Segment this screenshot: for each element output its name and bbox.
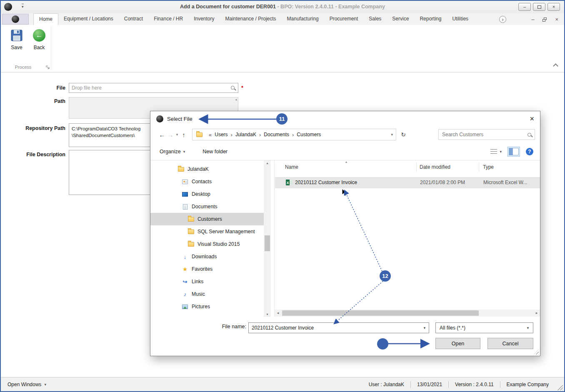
tree-item-pictures[interactable]: Pictures — [150, 300, 264, 313]
tree-item-favorites[interactable]: ★Favorites — [150, 263, 264, 275]
close-button[interactable]: × — [548, 3, 560, 11]
tree-item-customers[interactable]: Customers — [150, 213, 264, 225]
nav-back-button[interactable]: ← — [158, 131, 166, 138]
file-name-input[interactable] — [249, 325, 420, 331]
tree-item-sql-server-management[interactable]: SQL Server Management — [150, 225, 264, 238]
contacts-icon — [181, 180, 189, 184]
folder-icon — [195, 132, 203, 137]
tab-inventory[interactable]: Inventory — [188, 13, 220, 25]
search-box — [438, 129, 535, 140]
help-button[interactable]: ? — [526, 148, 533, 155]
tab-maintenance-projects[interactable]: Maintenance / Projects — [220, 13, 282, 25]
back-button[interactable]: ← Back — [30, 29, 49, 50]
maximize-icon — [538, 5, 541, 9]
dialog-title: Select File — [167, 116, 192, 122]
mdi-close-button[interactable]: × — [555, 16, 558, 22]
breadcrumb-overflow[interactable]: « — [209, 132, 212, 138]
mdi-minimize-button[interactable]: – — [531, 16, 534, 22]
tab-procurement[interactable]: Procurement — [324, 13, 364, 25]
breadcrumb-item-julandak[interactable]: JulandaK — [235, 132, 256, 137]
scrollbar-thumb[interactable] — [282, 310, 479, 316]
mdi-restore-button[interactable] — [542, 17, 547, 22]
file-row[interactable]: X 20210112 Customer Invoice 2021/01/08 2… — [275, 177, 540, 188]
column-header-type[interactable]: Type — [483, 164, 494, 170]
collapse-ribbon-icon[interactable] — [553, 63, 558, 69]
file-name-dropdown-icon[interactable]: ▾ — [420, 326, 429, 330]
downloads-icon: ↓ — [181, 254, 189, 260]
tab-equipment-locations[interactable]: Equipment / Locations — [58, 13, 119, 25]
file-type-select[interactable]: All files (*.*) ▾ — [435, 322, 533, 333]
dialog-toolbar: Organize ▾ New folder ▾ ? — [150, 143, 540, 160]
scroll-left-icon[interactable]: ◂ — [275, 310, 281, 317]
tab-scroll-right-button[interactable]: › — [499, 16, 506, 23]
scroll-up-icon[interactable]: ▴ — [235, 97, 237, 101]
tree-item-visual-studio-2015[interactable]: Visual Studio 2015 — [150, 238, 264, 250]
scroll-up-icon[interactable]: ▴ — [264, 161, 271, 165]
search-icon[interactable] — [528, 133, 531, 137]
chevron-down-icon: ▾ — [44, 382, 46, 387]
breadcrumb-dropdown-icon[interactable]: ▾ — [391, 132, 393, 137]
cancel-button[interactable]: Cancel — [488, 338, 533, 349]
tab-service[interactable]: Service — [387, 13, 414, 25]
tree-item-julandak[interactable]: JulandaK — [150, 163, 264, 175]
breadcrumb-item-customers[interactable]: Customers — [297, 132, 321, 137]
window-title-main: Add a Document for customer DER001 — [180, 4, 276, 10]
nav-history-dropdown-icon[interactable]: ▾ — [175, 132, 180, 137]
tree-item-contacts[interactable]: Contacts — [150, 175, 264, 188]
tab-finance-hr[interactable]: Finance / HR — [148, 13, 188, 25]
file-date-cell: 2021/01/08 2:00 PM — [420, 180, 465, 185]
breadcrumb[interactable]: « Users › JulandaK › Documents › Custome… — [192, 129, 396, 140]
new-folder-button[interactable]: New folder — [202, 149, 228, 155]
preview-pane-button[interactable] — [508, 147, 520, 157]
breadcrumb-item-documents[interactable]: Documents — [264, 132, 289, 137]
tree-item-documents[interactable]: Documents — [150, 200, 264, 213]
back-icon: ← — [33, 29, 45, 42]
scroll-down-icon[interactable]: ▾ — [264, 312, 271, 316]
tree-item-downloads[interactable]: ↓Downloads — [150, 250, 264, 263]
tab-manufacturing[interactable]: Manufacturing — [282, 13, 324, 25]
column-header-name[interactable]: Name — [285, 164, 298, 170]
nav-forward-button[interactable]: → — [166, 131, 175, 138]
title-bar: ▾ Add a Document for customer DER001 - B… — [1, 1, 564, 13]
view-options-button[interactable]: ▾ — [490, 149, 502, 154]
tab-contract[interactable]: Contract — [119, 13, 148, 25]
breadcrumb-item-users[interactable]: Users — [215, 132, 228, 137]
tree-scrollbar[interactable]: ▴ ▾ — [264, 160, 271, 317]
scroll-right-icon[interactable]: ▸ — [533, 310, 540, 317]
open-button[interactable]: Open — [435, 338, 480, 349]
chevron-down-icon: ▾ — [500, 150, 502, 154]
tree-item-saved-games[interactable]: Saved Games — [150, 313, 264, 317]
dialog-title-bar: Select File × — [150, 111, 540, 126]
minimize-button[interactable]: – — [518, 3, 531, 11]
svg-text:X: X — [286, 181, 289, 185]
bpo-menu-button[interactable] — [2, 14, 29, 25]
save-button[interactable]: Save — [7, 29, 26, 50]
tab-utilities[interactable]: Utilities — [447, 13, 474, 25]
documents-icon — [181, 204, 189, 210]
tree-item-desktop[interactable]: Desktop — [150, 188, 264, 200]
ribbon-group-process: Save ← Back Process — [2, 26, 51, 71]
tab-reporting[interactable]: Reporting — [414, 13, 447, 25]
refresh-button[interactable]: ↻ — [398, 129, 409, 140]
file-input[interactable] — [69, 83, 238, 92]
open-windows-dropdown[interactable]: Open Windows ▾ — [8, 382, 46, 387]
resize-grip[interactable] — [534, 350, 539, 355]
maximize-button[interactable] — [533, 3, 545, 11]
bpo-logo-icon — [156, 115, 163, 122]
search-input[interactable] — [442, 132, 528, 137]
tab-home[interactable]: Home — [33, 13, 58, 25]
scrollbar-thumb[interactable] — [265, 235, 270, 251]
tree-item-music[interactable]: ♪Music — [150, 288, 264, 300]
organize-button[interactable]: Organize ▾ — [160, 149, 185, 155]
search-icon[interactable] — [231, 86, 235, 90]
tree-item-links[interactable]: ↪Links — [150, 275, 264, 288]
dialog-launcher-icon[interactable] — [46, 65, 50, 70]
resize-grip[interactable] — [557, 384, 563, 390]
file-name-label: File name: — [200, 324, 246, 330]
nav-up-button[interactable]: ↑ — [180, 131, 188, 138]
column-header-date-modified[interactable]: Date modified — [420, 164, 450, 170]
folder-icon — [187, 242, 195, 247]
dialog-close-button[interactable]: × — [530, 115, 534, 122]
horizontal-scrollbar[interactable]: ◂ ▸ — [275, 310, 540, 317]
tab-sales[interactable]: Sales — [363, 13, 387, 25]
